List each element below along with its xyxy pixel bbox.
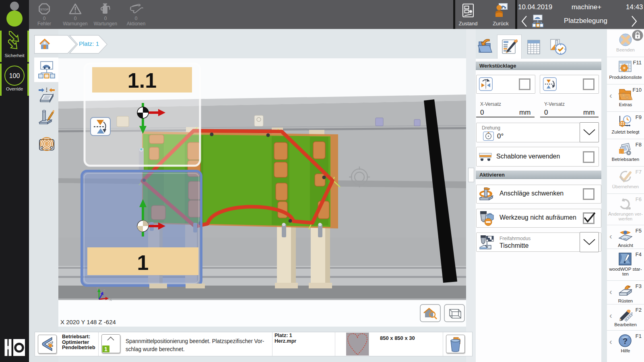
svg-text:1.1: 1.1 — [128, 69, 157, 92]
svg-text:Z: Z — [103, 288, 105, 292]
svg-text:X: X — [109, 298, 112, 302]
svg-text:?: ? — [623, 337, 627, 346]
svg-text:Y: Y — [96, 286, 99, 290]
svg-text:1: 1 — [137, 251, 149, 274]
svg-text:1: 1 — [104, 346, 107, 352]
svg-text:STOP: STOP — [40, 8, 48, 11]
